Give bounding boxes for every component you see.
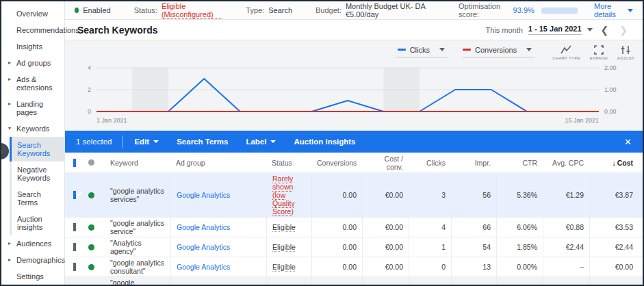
cost-value: €2.44	[589, 237, 643, 257]
chevron-right-icon: ▸	[8, 256, 11, 264]
campaign-status-bar: Enabled Status: Eligible (Misconfigured)…	[65, 1, 643, 20]
date-range-picker[interactable]: This month 1 - 15 Jan 2021 ❮ ❯	[485, 25, 630, 36]
row-checkbox[interactable]	[73, 263, 76, 271]
status-value[interactable]: Eligible (Misconfigured)	[162, 2, 222, 19]
row-checkbox[interactable]	[73, 223, 76, 231]
date-range-preset: This month	[485, 26, 522, 34]
ad-group-link[interactable]: Google Analytics	[177, 191, 230, 199]
header-cell-impr[interactable]: Impr.	[451, 157, 496, 168]
chevron-down-icon: ▾	[8, 125, 11, 133]
sidebar-item-auction-insights[interactable]: Auction insights	[10, 211, 64, 235]
sidebar-item-search-terms[interactable]: Search Terms	[10, 186, 64, 211]
cost-value: €0.00	[589, 257, 643, 276]
chevron-down-icon	[439, 48, 445, 54]
toolbar-action-auction-insights[interactable]: Auction insights	[294, 138, 355, 146]
status-text[interactable]: Rarely shown (low Quality Score)	[272, 174, 306, 216]
sidebar-item-overview[interactable]: Overview	[1, 5, 64, 22]
impressions-value: 66	[451, 218, 496, 237]
optimisation-score-label: Optimisation score:	[459, 2, 509, 18]
sidebar: OverviewRecommendationsInsights▸Ad group…	[1, 1, 65, 285]
impressions-value: 13	[451, 257, 496, 276]
row-checkbox[interactable]	[73, 243, 76, 251]
next-period-button[interactable]: ❯	[617, 25, 630, 36]
table-header-row: Keyword Ad group Status Conversions Cost…	[65, 153, 643, 173]
chevron-down-icon	[628, 9, 633, 15]
toolbar-action-label[interactable]: Label	[246, 138, 276, 146]
svg-text:0.00: 0.00	[604, 108, 617, 115]
table-row[interactable]: "Analytics agency" Google Analytics Elig…	[65, 237, 643, 257]
table-row[interactable]: "google analytics services" Google Analy…	[65, 173, 643, 218]
sidebar-item-demographics[interactable]: ▸Demographics	[1, 252, 64, 268]
chart-type-button[interactable]: CHART TYPE	[552, 45, 580, 60]
sidebar-item-label: Demographics	[16, 256, 65, 264]
metric-selector-clicks[interactable]: Clicks	[396, 45, 448, 57]
status-text[interactable]: Eligible	[272, 263, 296, 271]
line-chart: 0240.001.002.001 Jan 202115 Jan 2021	[65, 64, 643, 131]
sidebar-item-label: Landing pages	[16, 100, 43, 116]
selection-toolbar: 1 selected EditSearch TermsLabelAuction …	[65, 131, 643, 153]
header-cell-clicks[interactable]: Clicks	[409, 157, 451, 168]
header-cell-status[interactable]: Status	[266, 157, 311, 168]
conversions-value: 0.00	[311, 237, 362, 257]
toolbar-action-search-terms[interactable]: Search Terms	[177, 138, 228, 146]
date-range-value[interactable]: 1 - 15 Jan 2021	[528, 25, 582, 35]
toolbar-divider	[123, 135, 123, 148]
sidebar-item-negative-keywords[interactable]: Negative Keywords	[10, 161, 64, 186]
select-all-checkbox[interactable]	[73, 159, 76, 167]
table-row[interactable]: "google analytics agency" Google Analyti…	[65, 277, 643, 285]
ad-group-link[interactable]: Google Analytics	[177, 243, 230, 251]
ad-group-link[interactable]: Google Analytics	[177, 223, 230, 231]
sidebar-item-recommendations[interactable]: Recommendations	[1, 22, 64, 38]
enabled-label: Enabled	[83, 6, 110, 14]
svg-text:15 Jan 2021: 15 Jan 2021	[565, 117, 599, 124]
sidebar-item-insights[interactable]: Insights	[1, 38, 64, 55]
table-row[interactable]: "google analytics consultant" Google Ana…	[65, 257, 643, 277]
status-text[interactable]: Eligible	[272, 223, 296, 231]
metric-selector-conversions[interactable]: Conversions	[461, 45, 534, 57]
header-cell-avg-cpc[interactable]: Avg. CPC	[543, 157, 589, 168]
clicks-value: 3	[409, 173, 451, 217]
toolbar-action-edit[interactable]: Edit	[134, 138, 159, 146]
close-icon[interactable]: ✕	[624, 137, 632, 147]
header-cell-cost-conv[interactable]: Cost / conv.	[362, 153, 409, 172]
sidebar-item-audiences[interactable]: ▸Audiences	[1, 235, 64, 252]
svg-text:2.00: 2.00	[604, 64, 617, 71]
keyword-text: "Analytics agency"	[110, 239, 165, 255]
ctr-value: 6.06%	[496, 218, 543, 237]
row-checkbox[interactable]	[73, 191, 76, 199]
optimisation-score-bar	[541, 8, 578, 14]
sidebar-item-keywords[interactable]: ▾Keywords	[1, 120, 64, 137]
header-cell-ctr[interactable]: CTR	[496, 157, 543, 168]
more-details-button[interactable]: More details	[594, 2, 633, 18]
status-label: Status:	[134, 6, 157, 14]
header-cell-conversions[interactable]: Conversions	[311, 157, 362, 168]
sidebar-item-search-keywords[interactable]: Search Keywords	[10, 137, 64, 161]
table-row[interactable]: "google analytics service" Google Analyt…	[65, 218, 643, 237]
keyword-text: "google analytics consultant"	[110, 259, 165, 275]
avg-cpc-value: €0.88	[543, 218, 589, 237]
status-text[interactable]: Eligible	[272, 243, 296, 251]
ad-group-link[interactable]: Google Analytics	[177, 263, 230, 271]
header-cell-cost[interactable]: ↓Cost	[589, 157, 643, 168]
sidebar-item-landing-pages[interactable]: ▸Landing pages	[1, 96, 64, 120]
sidebar-item-ad-groups[interactable]: ▸Ad groups	[1, 55, 64, 71]
budget-value[interactable]: Monthly Budget UK- DA €5.00/day	[346, 2, 435, 18]
sidebar-item-label: Auction insights	[17, 215, 42, 231]
header-cell-ad-group[interactable]: Ad group	[170, 157, 266, 168]
header-cell-keyword[interactable]: Keyword	[105, 157, 170, 168]
conversions-series-swatch-icon	[463, 49, 471, 51]
enabled-status-dot-icon	[88, 224, 94, 231]
cost-value: €3.53	[589, 218, 643, 237]
expand-chart-button[interactable]: EXPAND	[590, 45, 608, 60]
keyword-text: "google analytics agency"	[110, 278, 160, 285]
expand-icon	[594, 45, 604, 55]
adjust-chart-button[interactable]: ADJUST	[617, 45, 634, 60]
enabled-status-dot-icon	[88, 192, 94, 198]
sidebar-item-ads-extensions[interactable]: ▸Ads & extensions	[1, 71, 64, 96]
previous-period-button[interactable]: ❮	[598, 25, 612, 36]
avg-cpc-value: –	[543, 257, 589, 276]
chevron-right-icon: ▸	[8, 59, 11, 67]
chevron-down-icon	[270, 140, 276, 146]
type-label: Type:	[246, 6, 264, 14]
sidebar-item-settings[interactable]: Settings	[1, 268, 64, 285]
